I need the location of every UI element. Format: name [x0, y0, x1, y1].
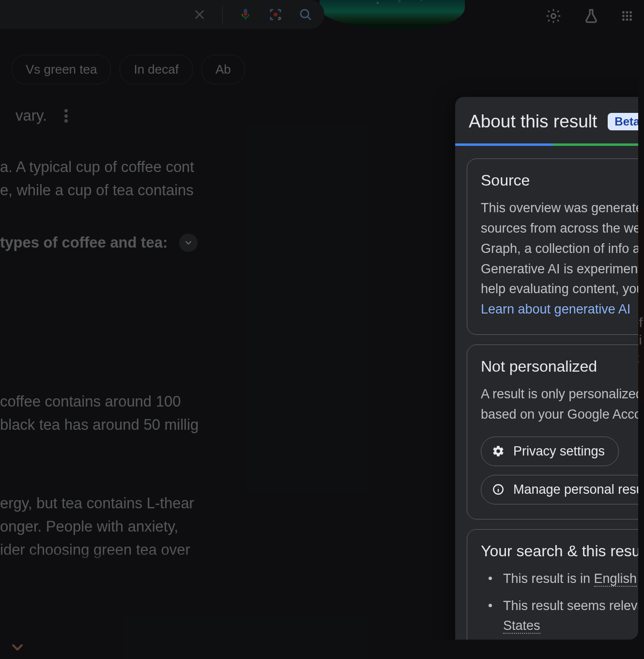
list-item: This result seems relevant for searches …: [489, 596, 638, 637]
learn-generative-ai-link[interactable]: Learn about generative AI: [481, 302, 630, 316]
list-item: This result is in English: [489, 569, 638, 589]
about-this-result-modal: About this result Beta Source This overv…: [455, 97, 638, 640]
button-label: Privacy settings: [513, 444, 605, 459]
modal-header: About this result Beta: [455, 97, 638, 143]
source-card: Source This overview was generated with …: [467, 158, 638, 335]
card-heading: Source: [481, 172, 638, 189]
manage-personal-results-button[interactable]: Manage personal results: [481, 475, 638, 504]
modal-title: About this result: [469, 111, 597, 132]
card-heading: Not personalized: [481, 358, 638, 376]
card-body: A result is only personalized when it se…: [481, 387, 638, 422]
card-heading: Your search & this result: [481, 542, 638, 560]
beta-badge: Beta: [608, 113, 638, 130]
your-search-card: Your search & this result This result is…: [467, 529, 638, 640]
button-label: Manage personal results: [513, 482, 638, 497]
privacy-settings-button[interactable]: Privacy settings: [481, 437, 619, 466]
color-stripe: [455, 143, 638, 146]
not-personalized-card: Not personalized A result is only person…: [467, 345, 638, 519]
card-body: This overview was generated with the hel…: [481, 201, 638, 296]
language-value: English: [594, 571, 637, 587]
